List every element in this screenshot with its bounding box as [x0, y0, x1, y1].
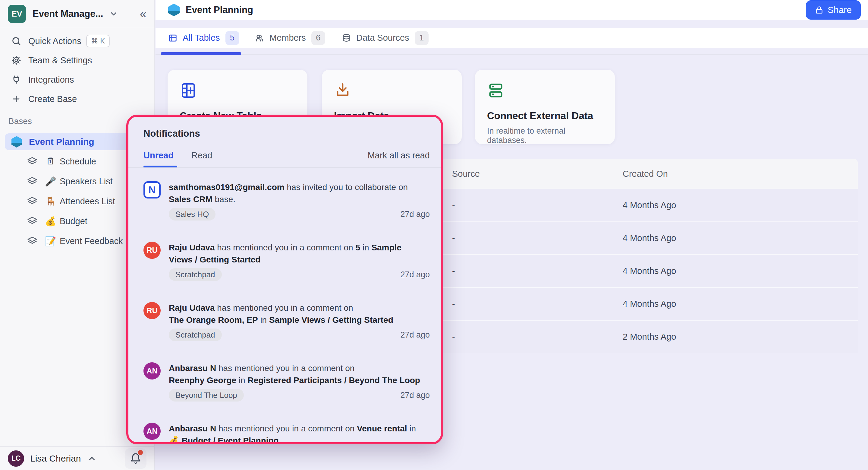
table-emoji: 🗓 — [42, 156, 59, 167]
notification-footer: Scratchpad27d ago — [169, 328, 430, 341]
notifications-title: Notifications — [144, 128, 200, 139]
base-name: Event Planning — [29, 137, 94, 147]
search-icon — [11, 36, 21, 46]
table-name: Event Feedback — [60, 236, 123, 246]
main-header: Event Planning Share — [156, 0, 868, 20]
share-button[interactable]: Share — [806, 0, 861, 20]
cell-source: - — [452, 189, 455, 222]
share-label: Share — [828, 5, 852, 15]
user-bar: LC Lisa Cherian — [0, 446, 154, 470]
notification-item[interactable]: ANAnbarasu N has mentioned you in a comm… — [144, 362, 430, 402]
collapse-sidebar-icon[interactable]: « — [140, 8, 147, 20]
table-plus-icon — [180, 82, 296, 99]
sidebar-nav: Quick Actions ⌘ K Team & Settings Integr… — [0, 31, 154, 109]
cell-source: - — [452, 255, 455, 287]
notification-timestamp: 27d ago — [400, 210, 430, 219]
table-emoji: 🪑 — [42, 196, 59, 207]
notification-body: Raju Udava has mentioned you in a commen… — [169, 302, 430, 341]
table-emoji: 💰 — [42, 216, 59, 227]
card-subtitle: In realtime to external databases. — [487, 126, 603, 145]
notification-item[interactable]: Nsamthomas0191@gmail.com has invited you… — [144, 181, 430, 221]
unread-indicator-dot — [138, 450, 143, 455]
layers-icon — [27, 156, 37, 167]
notification-footer: Beyond The Loop27d ago — [169, 389, 430, 402]
column-header-source: Source — [452, 159, 480, 188]
notifications-bell-button[interactable] — [125, 448, 147, 469]
chevron-down-icon — [109, 9, 118, 19]
notification-base-tag: Sales HQ — [169, 208, 216, 221]
page-title: Event Planning — [186, 4, 253, 16]
cell-created-on: 4 Months Ago — [623, 222, 676, 254]
tab-data-sources[interactable]: Data Sources 1 — [342, 28, 429, 48]
notification-item[interactable]: RURaju Udava has mentioned you in a comm… — [144, 242, 430, 281]
workspace-header[interactable]: EV Event Manage... « — [0, 0, 154, 28]
notification-text: Raju Udava has mentioned you in a commen… — [169, 302, 426, 326]
table-grid-icon — [168, 33, 177, 42]
cell-created-on: 4 Months Ago — [623, 189, 676, 222]
table-name: Attendees List — [60, 196, 115, 206]
notification-timestamp: 27d ago — [400, 270, 430, 280]
avatar: AN — [144, 423, 161, 440]
notification-list: Nsamthomas0191@gmail.com has invited you… — [144, 168, 430, 442]
notification-base-tag: Scratchpad — [169, 328, 222, 341]
tab-unread[interactable]: Unread — [144, 150, 174, 160]
column-header-created-on: Created On — [623, 159, 668, 188]
nocodb-logo-icon: N — [144, 181, 161, 199]
notification-item[interactable]: RURaju Udava has mentioned you in a comm… — [144, 302, 430, 341]
notification-item[interactable]: ANAnbarasu N has mentioned you in a comm… — [144, 423, 430, 442]
download-icon — [334, 82, 450, 99]
sidebar-item-label: Quick Actions — [28, 36, 82, 46]
tab-read[interactable]: Read — [191, 150, 212, 160]
workspace-badge: EV — [8, 5, 26, 23]
tab-members[interactable]: Members 6 — [255, 28, 325, 48]
tabs-divider — [156, 54, 868, 55]
sidebar-item-team-settings[interactable]: Team & Settings — [0, 51, 154, 70]
connect-external-data-card[interactable]: Connect External Data In realtime to ext… — [475, 70, 615, 144]
tab-count-badge: 6 — [311, 31, 325, 45]
notification-footer: Sales HQ27d ago — [169, 208, 430, 221]
table-name: Speakers List — [60, 176, 113, 186]
notification-text: samthomas0191@gmail.com has invited you … — [169, 181, 426, 205]
tab-strip: All Tables 5 Members 6 Data Sources 1 — [156, 28, 868, 48]
base-hexagon-icon — [11, 136, 22, 148]
bases-section-label: Bases — [8, 116, 32, 126]
sidebar-item-quick-actions[interactable]: Quick Actions ⌘ K — [0, 31, 154, 51]
notification-body: Raju Udava has mentioned you in a commen… — [169, 242, 430, 281]
users-icon — [255, 33, 264, 42]
cell-created-on: 4 Months Ago — [623, 255, 676, 287]
layers-icon — [27, 236, 37, 246]
notification-text: Anbarasu N has mentioned you in a commen… — [169, 362, 426, 386]
card-title: Connect External Data — [487, 110, 603, 122]
sidebar-item-label: Integrations — [28, 75, 74, 85]
tab-label: Data Sources — [356, 33, 409, 43]
notification-text: Raju Udava has mentioned you in a commen… — [169, 242, 426, 266]
plus-icon — [11, 94, 21, 104]
plug-icon — [11, 75, 21, 85]
cell-source: - — [452, 222, 455, 254]
sidebar-item-integrations[interactable]: Integrations — [0, 70, 154, 89]
table-emoji: 🎤 — [42, 176, 59, 187]
sidebar-item-create-base[interactable]: Create Base — [0, 89, 154, 109]
chevron-up-icon[interactable] — [87, 454, 96, 463]
avatar[interactable]: LC — [8, 450, 24, 467]
notification-body: Anbarasu N has mentioned you in a commen… — [169, 362, 430, 402]
sidebar-item-label: Team & Settings — [28, 56, 92, 65]
tab-all-tables[interactable]: All Tables 5 — [168, 28, 239, 48]
layers-icon — [27, 196, 37, 206]
gear-icon — [11, 56, 21, 65]
notification-footer: Scratchpad27d ago — [169, 268, 430, 281]
tab-label: Members — [270, 33, 306, 43]
avatar: RU — [144, 242, 161, 259]
lock-icon — [815, 6, 824, 14]
cell-created-on: 4 Months Ago — [623, 288, 676, 320]
shortcut-badge: ⌘ K — [86, 35, 110, 47]
notification-text: Anbarasu N has mentioned you in a commen… — [169, 423, 426, 442]
table-name: Budget — [60, 216, 87, 226]
mark-all-as-read-button[interactable]: Mark all as read — [368, 150, 430, 160]
notification-base-tag: Scratchpad — [169, 268, 222, 281]
workspace-name: Event Manage... — [33, 8, 103, 19]
database-icon — [342, 33, 351, 42]
avatar: AN — [144, 362, 161, 380]
sidebar-item-label: Create Base — [28, 94, 77, 104]
notification-body: samthomas0191@gmail.com has invited you … — [169, 181, 430, 221]
